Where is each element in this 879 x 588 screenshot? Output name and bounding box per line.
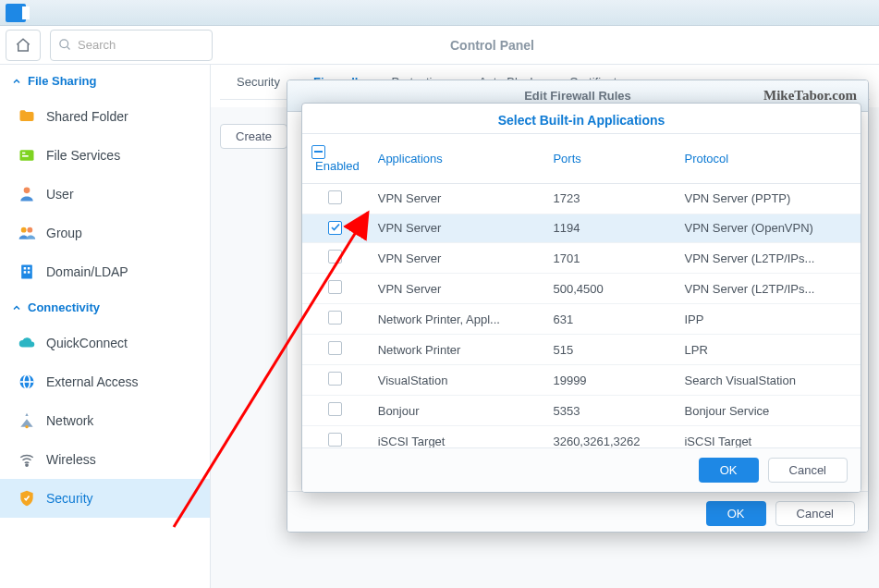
cell-ports: 19999 — [543, 365, 675, 396]
table-row[interactable]: VPN Server 1194 VPN Server (OpenVPN) — [302, 214, 861, 243]
create-button[interactable]: Create — [220, 124, 287, 149]
cell-protocol: iSCSI Target — [675, 426, 861, 448]
sidebar-item-network[interactable]: Network — [0, 401, 210, 440]
sidebar-item-shared-folder[interactable]: Shared Folder — [0, 97, 210, 136]
svg-rect-10 — [28, 267, 31, 270]
sidebar-item-user[interactable]: User — [0, 175, 210, 214]
table-row[interactable]: Network Printer 515 LPR — [302, 335, 861, 365]
svg-rect-4 — [22, 155, 29, 157]
user-icon — [17, 184, 37, 204]
wifi-icon — [17, 449, 37, 470]
sidebar-item-label: Domain/LDAP — [46, 264, 128, 279]
edit-ok-button[interactable]: OK — [706, 501, 766, 526]
sidebar: File SharingShared FolderFile ServicesUs… — [0, 65, 211, 588]
svg-rect-11 — [24, 271, 27, 274]
modal-select-apps: Select Built-in Applications Enabled App… — [301, 103, 861, 493]
table-row[interactable]: Bonjour 5353 Bonjour Service — [302, 396, 861, 426]
sidebar-section-file-sharing[interactable]: File Sharing — [0, 65, 210, 97]
globe-icon — [17, 372, 37, 392]
modal-select-footer: OK Cancel — [302, 447, 861, 492]
row-checkbox[interactable] — [328, 372, 342, 386]
watermark-text: MikeTabor.com — [763, 88, 857, 104]
row-checkbox[interactable] — [328, 250, 342, 263]
svg-point-17 — [26, 464, 28, 466]
svg-point-5 — [24, 188, 31, 194]
svg-rect-8 — [21, 265, 32, 279]
row-checkbox[interactable] — [328, 433, 342, 447]
modal-select-title: Select Built-in Applications — [302, 104, 861, 133]
cell-application: VisualStation — [369, 365, 544, 396]
cell-protocol: VPN Server (PPTP) — [675, 183, 861, 214]
col-protocol[interactable]: Protocol — [675, 134, 861, 183]
cell-ports: 3260,3261,3262 — [543, 426, 675, 448]
network-icon — [17, 410, 37, 431]
svg-point-6 — [21, 227, 27, 233]
table-row[interactable]: iSCSI Target 3260,3261,3262 iSCSI Target — [302, 426, 861, 448]
select-cancel-button[interactable]: Cancel — [768, 458, 848, 483]
row-checkbox[interactable] — [328, 311, 342, 325]
col-enabled[interactable]: Enabled — [302, 134, 369, 183]
sidebar-item-label: QuickConnect — [46, 336, 128, 350]
sidebar-item-quickconnect[interactable]: QuickConnect — [0, 324, 210, 362]
cell-protocol: VPN Server (L2TP/IPs... — [675, 243, 861, 274]
chevron-up-icon — [11, 302, 22, 313]
table-row[interactable]: VPN Server 1701 VPN Server (L2TP/IPs... — [302, 243, 861, 274]
cell-ports: 515 — [543, 335, 675, 365]
sidebar-item-external-access[interactable]: External Access — [0, 362, 210, 401]
svg-point-16 — [25, 425, 28, 428]
table-row[interactable]: VPN Server 500,4500 VPN Server (L2TP/IPs… — [302, 274, 861, 304]
sidebar-item-wireless[interactable]: Wireless — [0, 440, 210, 479]
cell-application: VPN Server — [369, 243, 544, 274]
table-row[interactable]: VPN Server 1723 VPN Server (PPTP) — [302, 183, 861, 214]
cell-application: Network Printer, Appl... — [369, 304, 544, 335]
table-row[interactable]: VisualStation 19999 Search VisualStation — [302, 365, 861, 396]
sidebar-item-security[interactable]: Security — [0, 479, 210, 518]
cell-ports: 5353 — [543, 396, 675, 426]
svg-point-7 — [27, 227, 32, 233]
cell-protocol: Bonjour Service — [675, 396, 861, 426]
row-checkbox[interactable] — [328, 221, 342, 235]
apps-table: Enabled Applications Ports Protocol VPN … — [302, 134, 861, 447]
header-checkbox[interactable] — [311, 145, 325, 159]
sidebar-item-label: External Access — [46, 374, 139, 389]
modal-edit-footer: OK Cancel — [287, 491, 868, 533]
row-checkbox[interactable] — [328, 190, 342, 204]
search-input[interactable] — [78, 38, 204, 52]
sidebar-item-label: Network — [46, 413, 93, 428]
select-ok-button[interactable]: OK — [699, 458, 759, 483]
row-checkbox[interactable] — [328, 280, 342, 294]
sidebar-item-file-services[interactable]: File Services — [0, 136, 210, 175]
cell-application: VPN Server — [369, 274, 544, 304]
svg-rect-3 — [22, 153, 25, 154]
cell-application: VPN Server — [369, 214, 544, 243]
sidebar-section-connectivity[interactable]: Connectivity — [0, 291, 210, 324]
app-title: Control Panel — [216, 38, 879, 53]
table-row[interactable]: Network Printer, Appl... 631 IPP — [302, 304, 861, 335]
home-icon — [15, 37, 31, 54]
row-checkbox[interactable] — [328, 341, 342, 355]
cell-application: Network Printer — [369, 335, 544, 365]
sidebar-item-label: Wireless — [46, 452, 96, 467]
sidebar-item-domain-ldap[interactable]: Domain/LDAP — [0, 252, 210, 291]
sidebar-item-label: Security — [46, 491, 93, 506]
home-button[interactable] — [6, 30, 41, 61]
cell-protocol: VPN Server (L2TP/IPs... — [675, 274, 861, 304]
tab-security[interactable]: Security — [220, 65, 297, 99]
cell-application: Bonjour — [369, 396, 544, 426]
cell-ports: 1194 — [543, 214, 675, 243]
search-box[interactable] — [50, 30, 213, 61]
sidebar-item-group[interactable]: Group — [0, 214, 210, 252]
col-ports[interactable]: Ports — [543, 134, 675, 183]
edit-cancel-button[interactable]: Cancel — [775, 501, 855, 526]
cell-ports: 1701 — [543, 243, 675, 274]
window-top-strip — [0, 0, 879, 26]
sidebar-item-label: File Services — [46, 148, 120, 163]
apps-table-wrap[interactable]: Enabled Applications Ports Protocol VPN … — [302, 133, 861, 447]
svg-line-1 — [67, 46, 69, 49]
services-icon — [17, 145, 37, 165]
col-applications[interactable]: Applications — [369, 134, 544, 183]
row-checkbox[interactable] — [328, 402, 342, 416]
cell-protocol: IPP — [675, 304, 861, 335]
svg-rect-12 — [28, 271, 31, 274]
folder-icon — [17, 106, 37, 127]
